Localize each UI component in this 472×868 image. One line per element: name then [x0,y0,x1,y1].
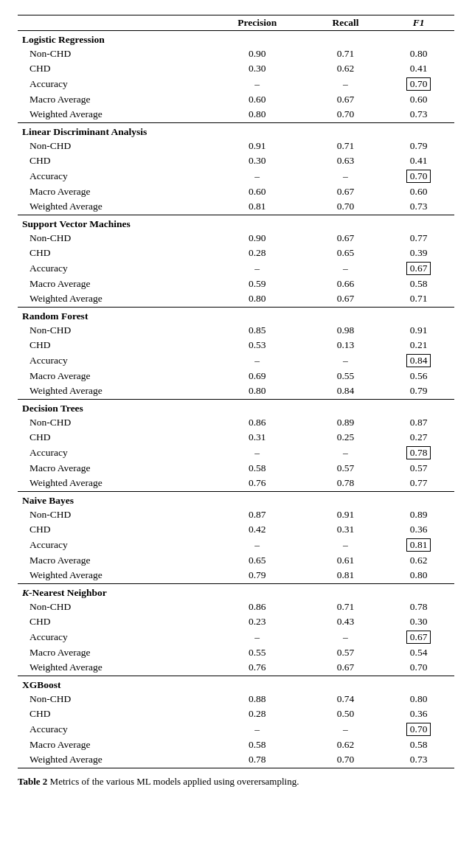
recall-value: 0.74 [308,692,384,706]
row-label: Macro Average [18,737,206,752]
table-row: Non-CHD0.900.670.77 [18,231,454,246]
precision-value: 0.55 [206,645,308,660]
f1-value: 0.56 [383,369,454,383]
row-label: Macro Average [18,553,206,568]
section-title: Naive Bayes [18,492,454,508]
row-label: Non-CHD [18,415,206,430]
table-row: Macro Average0.580.570.57 [18,461,454,476]
section-title: Decision Trees [18,400,454,416]
f1-value: 0.67 [383,629,454,645]
recall-value: 0.91 [308,507,384,522]
row-label: Accuracy [18,260,206,277]
metrics-table: Precision Recall F1 Logistic RegressionN… [18,15,454,768]
precision-value: – [206,260,308,277]
row-label: Weighted Average [18,568,206,584]
section-title: XGBoost [18,676,454,692]
section-header-row: Logistic Regression [18,31,454,47]
precision-value: 0.80 [206,383,308,400]
precision-value: – [206,76,308,92]
f1-value: 0.36 [383,522,454,537]
precision-value: 0.65 [206,553,308,568]
table-row: Weighted Average0.760.780.77 [18,476,454,492]
f1-value: 0.91 [383,323,454,338]
table-header: Precision Recall F1 [18,15,454,31]
f1-boxed-value: 0.70 [406,723,431,736]
table-label: Table 2 [18,776,47,787]
recall-value: – [308,260,384,277]
caption-text: Metrics of the various ML models applied… [47,776,299,787]
section-title: Linear Discriminant Analysis [18,123,454,139]
f1-value: 0.80 [383,46,454,61]
f1-value: 0.78 [383,445,454,461]
table-row: Accuracy––0.78 [18,445,454,461]
recall-value: 0.63 [308,153,384,168]
table-row: Non-CHD0.880.740.80 [18,692,454,706]
recall-value: 0.67 [308,92,384,107]
table-row: Weighted Average0.800.670.71 [18,291,454,308]
precision-value: 0.86 [206,415,308,430]
recall-value: 0.89 [308,415,384,430]
row-label: CHD [18,246,206,260]
table-row: Accuracy––0.81 [18,537,454,553]
precision-value: – [206,168,308,184]
recall-value: 0.62 [308,61,384,76]
recall-value: 0.65 [308,246,384,260]
recall-value: 0.78 [308,476,384,492]
section-header-row: Linear Discriminant Analysis [18,123,454,139]
recall-value: – [308,76,384,92]
f1-value: 0.57 [383,461,454,476]
precision-value: 0.88 [206,692,308,706]
f1-value: 0.87 [383,415,454,430]
precision-value: 0.78 [206,752,308,768]
table-row: CHD0.230.430.30 [18,614,454,629]
f1-value: 0.81 [383,537,454,553]
table-row: Weighted Average0.810.700.73 [18,199,454,215]
precision-value: 0.76 [206,476,308,492]
recall-value: 0.70 [308,199,384,215]
precision-value: 0.90 [206,231,308,246]
f1-value: 0.78 [383,600,454,614]
row-label: Macro Average [18,461,206,476]
precision-value: 0.60 [206,184,308,199]
table-row: CHD0.280.650.39 [18,246,454,260]
table-row: Accuracy––0.67 [18,629,454,645]
recall-value: 0.25 [308,430,384,445]
recall-header: Recall [308,15,384,31]
recall-value: 0.84 [308,383,384,400]
row-label: CHD [18,338,206,353]
section-title: Logistic Regression [18,31,454,47]
recall-value: 0.62 [308,737,384,752]
f1-value: 0.89 [383,507,454,522]
table-row: Non-CHD0.860.710.78 [18,600,454,614]
table-row: Macro Average0.600.670.60 [18,184,454,199]
recall-value: – [308,353,384,369]
table-row: Non-CHD0.860.890.87 [18,415,454,430]
recall-value: 0.71 [308,46,384,61]
f1-value: 0.73 [383,752,454,768]
table-row: Accuracy––0.70 [18,76,454,92]
section-title: Random Forest [18,308,454,324]
table-row: Macro Average0.550.570.54 [18,645,454,660]
f1-value: 0.58 [383,277,454,291]
section-header-row: Decision Trees [18,400,454,416]
f1-value: 0.36 [383,706,454,721]
row-label: Weighted Average [18,199,206,215]
row-label: Accuracy [18,629,206,645]
precision-value: 0.79 [206,568,308,584]
recall-value: 0.71 [308,600,384,614]
f1-value: 0.73 [383,199,454,215]
recall-value: 0.66 [308,277,384,291]
precision-value: 0.85 [206,323,308,338]
recall-value: 0.67 [308,660,384,676]
table-row: CHD0.300.620.41 [18,61,454,76]
f1-value: 0.70 [383,76,454,92]
f1-value: 0.70 [383,660,454,676]
f1-boxed-value: 0.67 [406,631,431,644]
recall-value: 0.57 [308,461,384,476]
f1-boxed-value: 0.67 [406,262,431,275]
table-row: Accuracy––0.70 [18,168,454,184]
table-row: Macro Average0.580.620.58 [18,737,454,752]
row-label: Weighted Average [18,291,206,308]
row-label: Non-CHD [18,323,206,338]
row-label: Accuracy [18,537,206,553]
